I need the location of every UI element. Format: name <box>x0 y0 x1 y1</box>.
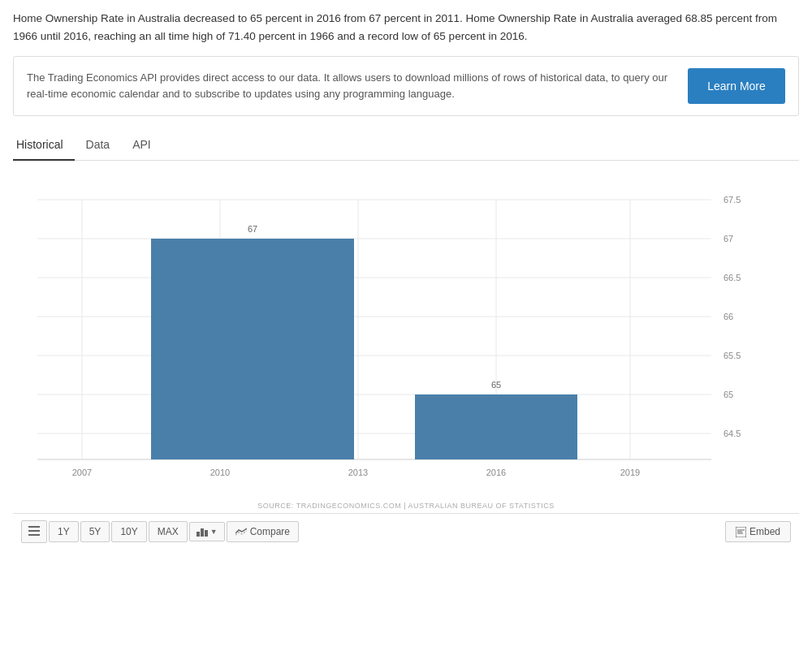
embed-label: Embed <box>749 526 780 537</box>
source-citation: SOURCE: TRADINGECONOMICS.COM | AUSTRALIA… <box>13 502 799 510</box>
svg-rect-17 <box>201 528 204 537</box>
compare-icon <box>235 527 247 537</box>
description-text: Home Ownership Rate in Australia decreas… <box>13 10 799 45</box>
max-button[interactable]: MAX <box>149 521 188 542</box>
y-label-645: 64.5 <box>723 429 741 438</box>
compare-label: Compare <box>250 526 290 537</box>
tab-historical[interactable]: Historical <box>13 131 75 161</box>
bar-chart: 67 65 67.5 67 66.5 66 65.5 65 64.5 2007 … <box>13 175 801 500</box>
x-label-2016: 2016 <box>486 468 506 477</box>
list-icon-button[interactable] <box>21 520 47 543</box>
x-label-2007: 2007 <box>72 468 92 477</box>
tabs-container: Historical Data API <box>13 131 799 161</box>
embed-button[interactable]: Embed <box>725 521 791 542</box>
chart-type-arrow: ▼ <box>210 528 218 536</box>
y-label-66: 66 <box>723 312 733 321</box>
compare-button[interactable]: Compare <box>227 521 299 542</box>
10y-button[interactable]: 10Y <box>111 521 146 542</box>
5y-button[interactable]: 5Y <box>80 521 110 542</box>
bar-2010 <box>151 239 354 459</box>
svg-rect-15 <box>28 534 40 536</box>
y-label-65: 65 <box>723 390 733 399</box>
tab-api[interactable]: API <box>129 131 162 161</box>
svg-rect-18 <box>205 530 208 537</box>
chart-type-button[interactable]: ▼ <box>189 522 225 541</box>
learn-more-button[interactable]: Learn More <box>688 68 785 104</box>
chart-area: 67 65 67.5 67 66.5 66 65.5 65 64.5 2007 … <box>13 167 799 510</box>
main-container: Home Ownership Rate in Australia decreas… <box>0 0 812 559</box>
toolbar-right: Embed <box>725 521 791 542</box>
bar-2010-label: 67 <box>248 224 257 234</box>
list-icon <box>28 526 40 536</box>
bar-chart-icon <box>197 527 208 537</box>
y-label-67: 67 <box>723 234 733 244</box>
api-banner-text: The Trading Economics API provides direc… <box>27 70 672 102</box>
svg-rect-16 <box>197 532 200 537</box>
api-banner: The Trading Economics API provides direc… <box>13 56 799 116</box>
bar-2016 <box>415 394 577 459</box>
y-label-675: 67.5 <box>723 195 741 205</box>
y-label-655: 65.5 <box>723 351 741 360</box>
bar-2016-label: 65 <box>491 380 501 390</box>
tab-data[interactable]: Data <box>83 131 122 161</box>
y-label-665: 66.5 <box>723 273 741 282</box>
svg-rect-13 <box>28 526 40 528</box>
svg-rect-14 <box>28 530 40 532</box>
embed-icon <box>736 527 746 537</box>
toolbar: 1Y 5Y 10Y MAX ▼ Compare <box>13 513 799 550</box>
1y-button[interactable]: 1Y <box>49 521 79 542</box>
x-label-2019: 2019 <box>620 468 640 477</box>
x-label-2013: 2013 <box>348 468 368 477</box>
toolbar-left: 1Y 5Y 10Y MAX ▼ Compare <box>21 520 299 543</box>
x-label-2010: 2010 <box>210 468 230 477</box>
